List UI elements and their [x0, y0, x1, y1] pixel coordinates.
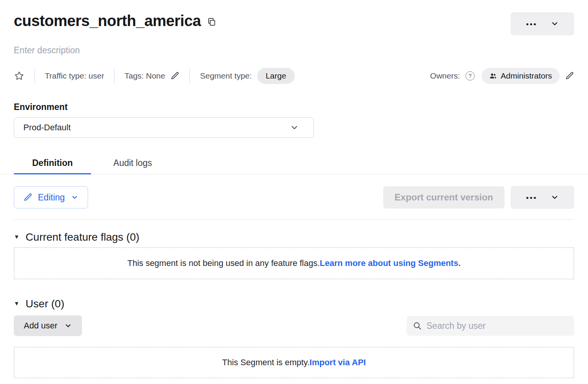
chevron-down-icon — [550, 193, 559, 202]
owners-pill: Administrators — [482, 68, 560, 84]
add-user-label: Add user — [24, 321, 57, 331]
tab-audit-logs[interactable]: Audit logs — [95, 152, 170, 174]
feature-flags-empty-text: This segment is not being used in any fe… — [127, 258, 320, 268]
user-heading-text: User (0) — [26, 298, 64, 310]
learn-more-link[interactable]: Learn more about using Segments. — [320, 258, 461, 268]
page-title: customers_north_america — [14, 11, 201, 30]
owners-label: Owners: — [430, 71, 460, 80]
environment-label: Environment — [14, 101, 574, 113]
import-via-api-link[interactable]: Import via API — [310, 358, 366, 368]
toolbar-right: Export current version ••• — [383, 186, 574, 209]
editing-label: Editing — [38, 192, 65, 203]
search-icon — [413, 321, 422, 330]
user-empty-state: This Segment is empty. Import via API — [14, 347, 574, 378]
header: customers_north_america ••• Enter descri… — [14, 0, 574, 84]
feature-flags-heading: ▼ Current feature flags (0) — [14, 231, 574, 243]
ellipsis-icon: ••• — [526, 194, 537, 201]
chevron-down-icon — [71, 194, 78, 201]
tab-bar: Definition Audit logs — [0, 152, 588, 174]
title-row: customers_north_america ••• — [14, 0, 574, 35]
user-empty-text: This Segment is empty. — [222, 358, 309, 368]
edit-tags-icon[interactable] — [170, 71, 180, 80]
meta-row: Traffic type: user Tags: None Segment ty… — [14, 67, 574, 84]
export-current-version-button[interactable]: Export current version — [383, 186, 505, 208]
help-icon[interactable]: ? — [466, 71, 475, 80]
search-box — [407, 316, 574, 336]
owners-value: Administrators — [501, 71, 552, 80]
feature-flags-section: ▼ Current feature flags (0) This segment… — [14, 231, 574, 279]
divider — [14, 219, 574, 220]
environment-select[interactable]: Prod-Default — [14, 117, 314, 138]
traffic-type-label: Traffic type: user — [45, 71, 104, 80]
ellipsis-icon: ••• — [526, 20, 537, 28]
people-icon — [489, 72, 497, 80]
segment-type-label: Segment type: — [200, 71, 252, 80]
star-icon[interactable] — [14, 71, 24, 81]
tab-definition[interactable]: Definition — [14, 152, 91, 174]
collapse-triangle-icon[interactable]: ▼ — [14, 297, 20, 310]
copy-icon[interactable] — [207, 17, 216, 27]
add-user-button[interactable]: Add user — [14, 315, 82, 336]
meta-left: Traffic type: user Tags: None Segment ty… — [14, 68, 295, 84]
editing-mode-button[interactable]: Editing — [14, 186, 88, 208]
tags-label: Tags: None — [124, 71, 165, 80]
user-toolbar: Add user — [14, 315, 574, 336]
title-wrap: customers_north_america — [14, 11, 216, 30]
meta-right: Owners: ? Administrators — [430, 68, 574, 84]
feature-flags-heading-text: Current feature flags (0) — [26, 231, 139, 243]
definition-toolbar: Editing Export current version ••• — [14, 186, 574, 209]
description-placeholder[interactable]: Enter description — [14, 44, 574, 56]
environment-selected-value: Prod-Default — [23, 123, 71, 133]
user-section: ▼ User (0) Add user This Seg — [14, 298, 574, 384]
segment-type-badge: Large — [257, 68, 295, 84]
segment-detail-page: customers_north_america ••• Enter descri… — [0, 0, 588, 384]
feature-flags-empty-state: This segment is not being used in any fe… — [14, 247, 574, 279]
segment-actions-menu-button[interactable]: ••• — [511, 12, 574, 35]
definition-actions-menu-button[interactable]: ••• — [511, 186, 574, 209]
divider — [189, 69, 190, 83]
collapse-triangle-icon[interactable]: ▼ — [14, 231, 20, 243]
pencil-icon — [23, 193, 33, 202]
search-by-user-input[interactable] — [426, 320, 568, 331]
chevron-down-icon — [290, 123, 299, 132]
divider — [34, 69, 35, 83]
chevron-down-icon — [550, 20, 559, 28]
divider — [114, 69, 114, 83]
user-heading: ▼ User (0) — [14, 298, 574, 310]
edit-owners-icon[interactable] — [565, 71, 574, 80]
environment-section: Environment Prod-Default — [14, 101, 574, 138]
chevron-down-icon — [64, 322, 72, 330]
